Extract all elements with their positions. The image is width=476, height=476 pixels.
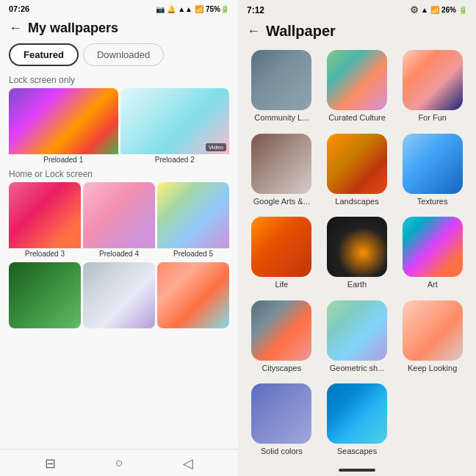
section-label-lock: Lock screen only [0,72,238,88]
back-button-left[interactable]: ← [9,21,22,36]
status-bar-left: 07:26 📷 🔔 ▲▲ 📶 75%🔋 [0,0,238,15]
page-title-right: Wallpaper [266,23,336,40]
tab-downloaded[interactable]: Downloaded [83,43,164,66]
thumb-label-3: Preloaded 3 [9,248,81,259]
home-lock-grid-2 [0,262,238,330]
category-geometric[interactable]: Geometric sh... [322,300,392,378]
wallpaper-preloaded-3[interactable]: Preloaded 3 [9,182,81,259]
category-label-google: Google Arts &... [253,197,310,206]
category-landscapes[interactable]: Landscapes [322,134,392,212]
category-thumb-earth [327,217,387,277]
lock-screen-grid: Preloaded 1 Video Preloaded 2 [0,88,238,166]
header-right: ← Wallpaper [238,17,476,47]
time-right: 7:12 [247,5,264,15]
thumb-img-4 [83,182,155,248]
category-label-solid: Solid colors [261,447,303,455]
thumb-img-3 [9,182,81,248]
category-label-community: Community L... [254,113,309,122]
status-bar-right: 7:12 ⚙ ▲ 📶 26% 🔋 [238,0,476,17]
category-label-curated: Curated Culture [328,113,386,122]
home-lock-grid: Preloaded 3 Preloaded 4 Preloaded 5 [0,182,238,260]
battery-right: 26% [441,6,456,14]
category-curated[interactable]: Curated Culture [322,50,392,128]
category-thumb-life [251,217,311,277]
category-life[interactable]: Life [247,217,317,295]
category-label-life: Life [275,280,288,289]
category-thumb-landscapes [327,134,387,194]
thumb-img-8 [157,262,229,328]
category-label-textures: Textures [417,197,448,206]
wallpaper-preloaded-8[interactable] [157,262,229,328]
category-thumb-google [251,134,311,194]
category-thumb-solid [251,383,311,444]
category-label-forfun: For Fun [418,113,447,122]
category-art[interactable]: Art [397,217,467,295]
category-label-geometric: Geometric sh... [330,364,385,372]
time-left: 07:26 [9,4,29,13]
thumb-label-4: Preloaded 4 [83,248,155,259]
wallpaper-preloaded-1[interactable]: Preloaded 1 [9,88,118,165]
back-button-right[interactable]: ← [247,24,260,39]
page-title-left: My wallpapers [28,21,118,36]
video-badge-2: Video [206,143,226,151]
category-label-cityscapes: Cityscapes [262,364,301,372]
left-panel: 07:26 📷 🔔 ▲▲ 📶 75%🔋 ← My wallpapers Feat… [0,0,238,476]
thumb-img-7 [83,262,155,328]
left-scroll-area[interactable]: Lock screen only Preloaded 1 Video Prelo… [0,72,238,449]
category-thumb-keeplooking [403,300,463,361]
battery-icon-right: 🔋 [458,6,467,14]
silent-icon: 🔔 [167,5,176,13]
thumb-img-5 [157,182,229,248]
wifi-icon: ▲▲ [178,5,192,13]
status-icons-right: ⚙ ▲ 📶 26% 🔋 [410,4,467,15]
header-left: ← My wallpapers [0,15,238,40]
category-label-keeplooking: Keep Looking [408,364,457,372]
category-label-earth: Earth [347,280,367,289]
signal-icon-right: 📶 [430,6,439,14]
category-thumb-curated [327,50,387,110]
wallpaper-preloaded-7[interactable] [83,262,155,328]
categories-grid: Community L... Curated Culture For Fun G… [238,47,476,464]
nav-home-icon[interactable]: ○ [115,455,123,472]
nav-menu-icon[interactable]: ⊟ [45,455,56,472]
signal-icon: 📶 [195,5,203,13]
home-indicator [339,469,375,472]
category-thumb-seascapes [327,383,387,444]
thumb-label-2: Preloaded 2 [120,154,230,165]
thumb-img-1 [9,88,118,154]
category-label-seascapes: Seascapes [337,447,377,455]
category-earth[interactable]: Earth [322,217,392,295]
category-thumb-geometric [327,300,387,361]
category-thumb-forfun [403,50,463,110]
right-panel: 7:12 ⚙ ▲ 📶 26% 🔋 ← Wallpaper Community L… [238,0,476,476]
gear-icon[interactable]: ⚙ [410,4,419,15]
category-textures[interactable]: Textures [397,134,467,212]
category-thumb-cityscapes [251,300,311,361]
tab-bar: Featured Downloaded [0,40,238,72]
category-thumb-textures [403,134,463,194]
category-keeplooking[interactable]: Keep Looking [397,300,467,378]
nav-back-icon[interactable]: ◁ [183,455,193,472]
category-thumb-art [403,217,463,277]
wallpaper-preloaded-6[interactable] [9,262,81,328]
camera-icon: 📷 [156,5,165,13]
wallpaper-preloaded-2[interactable]: Video Preloaded 2 [120,88,230,165]
category-label-art: Art [428,280,438,289]
thumb-label-1: Preloaded 1 [9,154,118,165]
category-thumb-community [251,50,311,110]
category-community[interactable]: Community L... [247,50,317,128]
wallpaper-preloaded-5[interactable]: Preloaded 5 [157,182,229,259]
wallpaper-preloaded-4[interactable]: Preloaded 4 [83,182,155,259]
category-label-landscapes: Landscapes [335,197,378,206]
battery-left: 75%🔋 [206,5,229,13]
category-cityscapes[interactable]: Cityscapes [247,300,317,378]
thumb-img-6 [9,262,81,328]
category-solid[interactable]: Solid colors [247,383,317,461]
bottom-bar-right [238,464,476,476]
wifi-icon-right: ▲ [421,6,428,14]
category-seascapes[interactable]: Seascapes [322,383,392,461]
status-icons-left: 📷 🔔 ▲▲ 📶 75%🔋 [156,5,229,13]
tab-featured[interactable]: Featured [9,43,79,66]
category-google-arts[interactable]: Google Arts &... [247,134,317,212]
category-forfun[interactable]: For Fun [397,50,467,128]
